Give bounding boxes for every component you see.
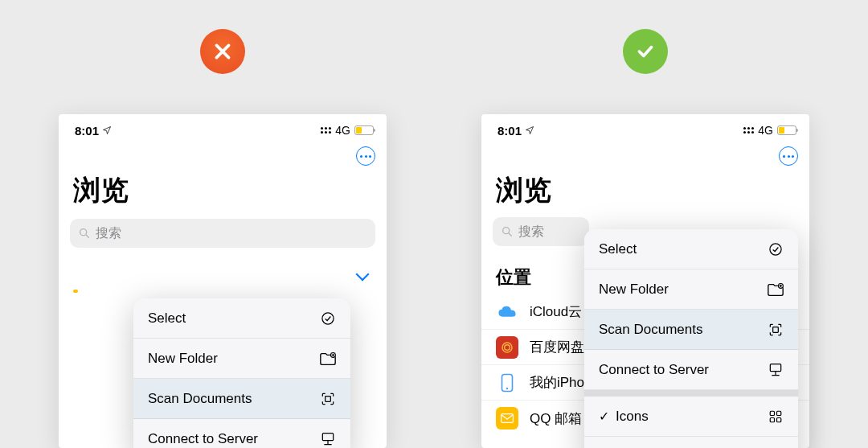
location-label: iCloud云 bbox=[530, 302, 582, 321]
menu-connect-server[interactable]: Connect to Server bbox=[584, 350, 798, 390]
good-example-badge bbox=[623, 29, 668, 74]
location-arrow-icon bbox=[102, 125, 112, 135]
server-icon bbox=[319, 430, 337, 448]
menu-connect-server[interactable]: Connect to Server bbox=[133, 419, 350, 448]
status-time: 8:01 bbox=[75, 124, 99, 138]
page-title: 浏览 bbox=[59, 172, 387, 219]
qq-mail-icon bbox=[496, 407, 518, 430]
location-arrow-icon bbox=[525, 125, 534, 135]
svg-point-2 bbox=[322, 312, 334, 323]
menu-new-folder[interactable]: New Folder bbox=[584, 269, 798, 310]
search-icon bbox=[501, 225, 514, 238]
status-bar: 8:01 4G bbox=[59, 114, 387, 146]
bad-example-badge bbox=[200, 29, 245, 74]
svg-rect-17 bbox=[773, 327, 779, 332]
more-button[interactable] bbox=[779, 146, 798, 166]
location-label: QQ 邮箱 bbox=[530, 409, 582, 428]
search-icon bbox=[78, 227, 91, 240]
folder-plus-icon bbox=[767, 281, 784, 298]
locations-header[interactable]: . bbox=[59, 261, 387, 290]
status-time: 8:01 bbox=[497, 124, 522, 138]
menu-new-folder[interactable]: New Folder bbox=[133, 339, 350, 379]
menu-view-icons[interactable]: ✓Icons bbox=[584, 397, 798, 437]
svg-rect-5 bbox=[326, 396, 331, 401]
search-input[interactable]: 搜索 bbox=[493, 217, 589, 246]
menu-scan-documents[interactable]: Scan Documents bbox=[584, 310, 798, 350]
svg-point-14 bbox=[770, 243, 781, 254]
iphone-icon bbox=[496, 372, 518, 394]
svg-point-10 bbox=[502, 343, 512, 352]
menu-select[interactable]: Select bbox=[584, 229, 798, 269]
search-placeholder: 搜索 bbox=[96, 225, 121, 242]
scan-icon bbox=[767, 321, 784, 339]
svg-rect-13 bbox=[502, 414, 514, 423]
status-network: 4G bbox=[758, 124, 773, 137]
signal-dots-icon bbox=[321, 127, 331, 134]
close-icon bbox=[212, 41, 233, 62]
status-network: 4G bbox=[335, 124, 350, 137]
battery-icon bbox=[354, 125, 374, 135]
svg-rect-18 bbox=[770, 364, 780, 371]
menu-select[interactable]: Select bbox=[133, 298, 350, 339]
svg-point-0 bbox=[80, 229, 87, 236]
battery-icon bbox=[777, 125, 796, 135]
page-title: 浏览 bbox=[481, 172, 809, 217]
select-icon bbox=[319, 310, 337, 327]
scan-icon bbox=[319, 390, 337, 408]
chevron-down-icon bbox=[356, 268, 370, 282]
cloud-icon bbox=[496, 301, 518, 323]
signal-dots-icon bbox=[743, 127, 754, 134]
search-input[interactable]: 搜索 bbox=[70, 219, 375, 248]
folder-plus-icon bbox=[319, 350, 337, 368]
svg-rect-6 bbox=[322, 434, 333, 441]
svg-rect-19 bbox=[770, 411, 774, 415]
select-icon bbox=[767, 240, 784, 258]
menu-scan-documents[interactable]: Scan Documents bbox=[133, 379, 350, 419]
svg-point-12 bbox=[506, 387, 508, 388]
more-button[interactable] bbox=[356, 146, 375, 166]
search-placeholder: 搜索 bbox=[518, 224, 544, 240]
svg-point-7 bbox=[503, 228, 510, 234]
svg-rect-22 bbox=[777, 417, 781, 421]
checkmark-icon: ✓ bbox=[599, 409, 609, 424]
svg-point-9 bbox=[505, 344, 510, 350]
location-label: 百度网盘 bbox=[530, 338, 584, 356]
menu-view-list[interactable]: List bbox=[584, 437, 798, 448]
server-icon bbox=[767, 361, 784, 379]
svg-line-8 bbox=[509, 233, 511, 236]
context-menu: Select New Folder Scan Documents Connect… bbox=[584, 229, 798, 448]
check-icon bbox=[635, 41, 656, 62]
svg-line-1 bbox=[86, 235, 88, 237]
svg-rect-20 bbox=[777, 411, 781, 415]
svg-rect-21 bbox=[770, 417, 774, 421]
grid-icon bbox=[767, 408, 784, 425]
context-menu: Select New Folder Scan Documents Connect… bbox=[133, 298, 350, 448]
baidu-icon bbox=[496, 336, 518, 359]
status-bar: 8:01 4G bbox=[481, 114, 809, 146]
